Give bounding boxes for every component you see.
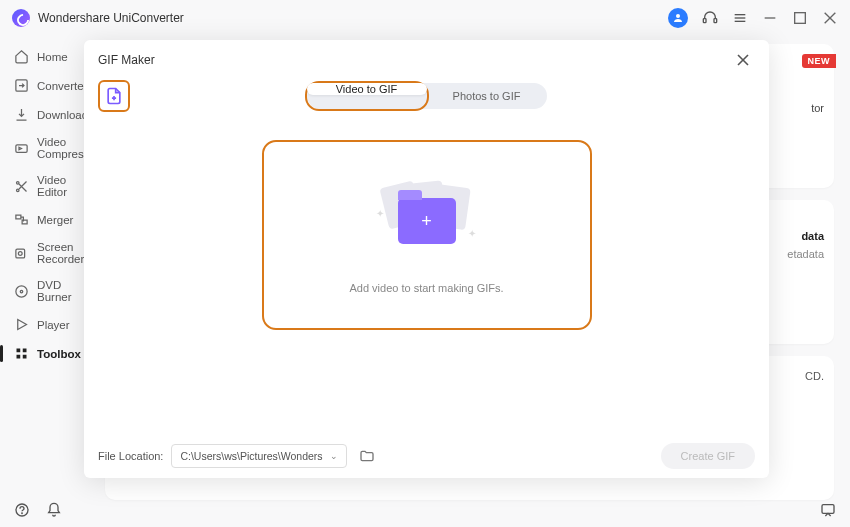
svg-rect-14 [16, 215, 21, 219]
svg-rect-7 [795, 13, 806, 24]
sidebar-item-label: Screen Recorder [37, 241, 91, 265]
chevron-down-icon: ⌄ [330, 451, 338, 461]
feedback-icon[interactable] [820, 502, 836, 518]
bell-icon[interactable] [46, 502, 62, 518]
tab-highlight: Video to GIF [305, 81, 429, 111]
dialog-footer: File Location: C:\Users\ws\Pictures\Wond… [84, 434, 769, 478]
svg-rect-1 [703, 19, 706, 23]
open-folder-button[interactable] [355, 444, 379, 468]
tab-video-to-gif[interactable]: Video to GIF [307, 83, 427, 95]
sidebar-item-label: Toolbox [37, 348, 81, 360]
svg-marker-20 [18, 320, 27, 330]
tab-group: Video to GIF Photos to GIF [307, 83, 547, 109]
app-footer [0, 493, 850, 527]
add-file-button[interactable] [98, 80, 130, 112]
svg-rect-27 [822, 505, 834, 514]
hamburger-icon[interactable] [732, 10, 748, 26]
download-icon [14, 107, 29, 122]
close-button[interactable] [822, 10, 838, 26]
app-logo-wrap: Wondershare UniConverter [12, 9, 184, 27]
disc-icon [14, 284, 29, 299]
new-badge: NEW [802, 54, 837, 68]
file-location-label: File Location: [98, 450, 163, 462]
app-logo-icon [12, 9, 30, 27]
account-icon[interactable] [668, 8, 688, 28]
compressor-icon [14, 141, 29, 156]
svg-point-0 [676, 14, 680, 18]
plus-icon: + [421, 211, 432, 232]
sparkle-icon: ✦ [376, 208, 384, 219]
create-gif-button[interactable]: Create GIF [661, 443, 755, 469]
svg-point-18 [16, 285, 27, 296]
sidebar-item-label: Merger [37, 214, 73, 226]
sidebar-item-label: Video Editor [37, 174, 91, 198]
maximize-button[interactable] [792, 10, 808, 26]
dialog-header: GIF Maker [84, 40, 769, 80]
dialog-close-button[interactable] [731, 48, 755, 72]
titlebar: Wondershare UniConverter [0, 0, 850, 36]
svg-point-19 [20, 290, 23, 293]
tab-label: Photos to GIF [453, 90, 521, 102]
svg-rect-23 [17, 355, 21, 359]
svg-rect-16 [16, 249, 25, 258]
sidebar-item-label: DVD Burner [37, 279, 91, 303]
converter-icon [14, 78, 29, 93]
scissors-icon [14, 179, 29, 194]
sidebar-item-label: Player [37, 319, 70, 331]
dialog-toolbar: Video to GIF Photos to GIF [84, 80, 769, 118]
sidebar-item-label: Converter [37, 80, 88, 92]
merger-icon [14, 212, 29, 227]
create-gif-label: Create GIF [681, 450, 735, 462]
file-location-value: C:\Users\ws\Pictures\Wonders [180, 450, 322, 462]
sidebar-item-label: Home [37, 51, 68, 63]
svg-rect-24 [23, 355, 27, 359]
drop-zone-text: Add video to start making GIFs. [349, 282, 503, 294]
support-icon[interactable] [702, 10, 718, 26]
recorder-icon [14, 246, 29, 261]
svg-point-12 [17, 181, 20, 184]
drop-zone[interactable]: + ✦ ✦ Add video to start making GIFs. [262, 140, 592, 330]
svg-point-13 [17, 189, 20, 192]
svg-rect-22 [23, 349, 27, 353]
tab-label: Video to GIF [336, 83, 398, 95]
gif-maker-dialog: GIF Maker Video to GIF Photos to GIF [84, 40, 769, 478]
svg-point-26 [22, 513, 23, 514]
app-title: Wondershare UniConverter [38, 11, 184, 25]
svg-rect-2 [714, 19, 717, 23]
grid-icon [14, 346, 29, 361]
sparkle-icon: ✦ [468, 228, 476, 239]
tab-photos-to-gif[interactable]: Photos to GIF [427, 83, 547, 109]
help-icon[interactable] [14, 502, 30, 518]
minimize-button[interactable] [762, 10, 778, 26]
file-location-select[interactable]: C:\Users\ws\Pictures\Wonders ⌄ [171, 444, 347, 468]
folder-illustration: + ✦ ✦ [372, 180, 482, 260]
home-icon [14, 49, 29, 64]
dialog-title: GIF Maker [98, 53, 155, 67]
folder-icon: + [398, 198, 456, 244]
svg-rect-21 [17, 349, 21, 353]
svg-point-17 [18, 251, 22, 255]
play-icon [14, 317, 29, 332]
